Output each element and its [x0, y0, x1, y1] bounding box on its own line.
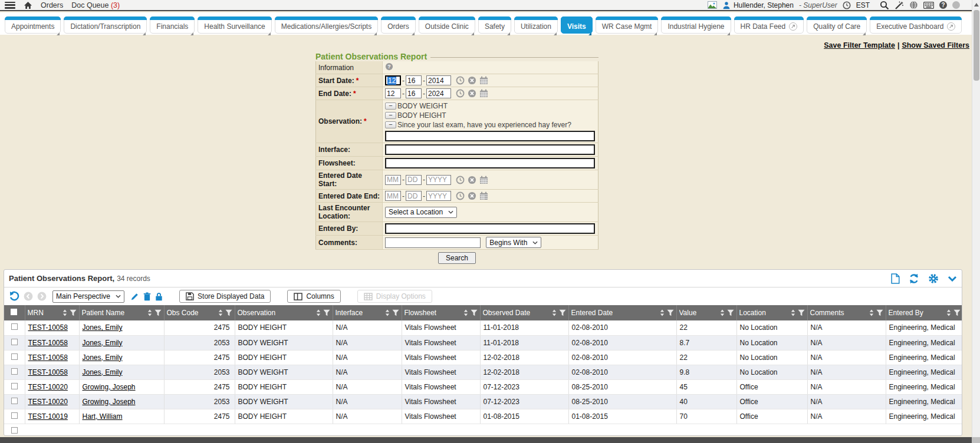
edit-perspective-icon[interactable] [130, 292, 139, 301]
refresh-icon[interactable] [909, 273, 919, 284]
sort-icon[interactable] [385, 309, 390, 316]
select-all-checkbox[interactable] [11, 309, 17, 315]
sort-icon[interactable] [63, 309, 67, 316]
calendar-icon[interactable] [479, 76, 488, 85]
reset-perspective-icon[interactable] [9, 291, 19, 302]
row-checkbox[interactable] [11, 353, 18, 360]
column-header[interactable]: Comments [807, 305, 886, 320]
time-picker-icon[interactable] [456, 191, 465, 200]
search-icon[interactable] [880, 1, 889, 10]
patient-name-link[interactable]: Growing, Joseph [83, 398, 136, 406]
end-date-day-input[interactable]: 16 [406, 88, 422, 98]
flowsheet-input[interactable] [385, 158, 595, 168]
column-header[interactable]: Value [676, 305, 736, 320]
wand-icon[interactable] [895, 1, 904, 10]
lock-perspective-icon[interactable] [155, 292, 163, 301]
column-header[interactable]: Flowsheet [402, 305, 480, 320]
column-header[interactable]: Observed Date [480, 305, 568, 320]
module-tab[interactable]: Dictation/Transcription [64, 16, 147, 34]
info-help-icon[interactable]: ? [385, 62, 393, 71]
sort-icon[interactable] [660, 309, 665, 316]
interface-input[interactable] [385, 144, 595, 155]
time-picker-icon[interactable] [456, 176, 465, 184]
end-date-month-input[interactable]: 12 [385, 88, 401, 98]
module-tab[interactable]: Appointments [5, 16, 61, 34]
row-checkbox[interactable] [11, 398, 18, 404]
module-tab[interactable]: Medications/Allergies/Scripts [275, 16, 378, 34]
column-header[interactable]: Location [736, 305, 807, 320]
module-tab[interactable]: WR Case Mgmt [596, 16, 659, 34]
column-header[interactable]: MRN [25, 305, 79, 320]
time-picker-icon[interactable] [456, 76, 465, 85]
row-checkbox[interactable] [11, 427, 18, 434]
module-tab[interactable]: Outside Clinic [419, 16, 475, 34]
start-date-month-input[interactable]: 12 [385, 75, 401, 85]
vertical-scrollbar-thumb[interactable] [974, 10, 979, 81]
calendar-icon[interactable] [479, 191, 488, 200]
row-checkbox[interactable] [11, 412, 18, 419]
mrn-link[interactable]: TEST-10058 [28, 353, 68, 362]
sort-icon[interactable] [552, 309, 557, 316]
save-filter-template-link[interactable]: Save Filter Template [824, 41, 895, 49]
column-header[interactable]: Observation [235, 305, 333, 320]
sort-icon[interactable] [720, 309, 725, 316]
patient-name-link[interactable]: Jones, Emily [83, 339, 123, 347]
time-picker-icon[interactable] [456, 89, 465, 98]
module-tab[interactable]: Executive Dashboard [870, 16, 962, 34]
filter-icon[interactable] [323, 309, 330, 316]
entered-end-year-input[interactable]: YYYY [426, 191, 451, 201]
collapse-panel-icon[interactable] [948, 276, 957, 282]
patient-name-link[interactable]: Jones, Emily [83, 353, 123, 362]
next-perspective-icon[interactable] [37, 292, 47, 301]
vertical-scrollbar[interactable] [972, 0, 980, 437]
entered-by-input[interactable] [385, 223, 595, 234]
prev-perspective-icon[interactable] [24, 292, 33, 301]
comments-input[interactable] [385, 237, 481, 248]
filter-icon[interactable] [225, 309, 232, 316]
clear-date-icon[interactable] [468, 89, 476, 98]
module-tab[interactable]: Quality of Care [807, 16, 867, 34]
start-date-year-input[interactable]: 2014 [426, 75, 451, 85]
start-date-day-input[interactable]: 16 [406, 75, 422, 85]
patient-name-link[interactable]: Growing, Joseph [83, 383, 136, 391]
horizontal-scrollbar[interactable] [0, 437, 980, 443]
entered-start-year-input[interactable]: YYYY [426, 175, 451, 185]
remove-observation-button[interactable] [385, 121, 396, 128]
column-header[interactable]: Obs Code [164, 305, 235, 320]
columns-button[interactable]: Columns [287, 290, 340, 303]
sort-icon[interactable] [147, 309, 152, 316]
mrn-link[interactable]: TEST-10020 [28, 383, 68, 391]
entered-start-day-input[interactable]: DD [406, 175, 422, 185]
gear-icon[interactable] [928, 273, 939, 284]
image-icon[interactable] [708, 1, 717, 9]
show-saved-filters-link[interactable]: Show Saved Filters [902, 41, 969, 49]
module-tab[interactable]: Orders [381, 16, 416, 34]
module-tab[interactable]: HR Data Feed [734, 16, 804, 34]
filter-icon[interactable] [953, 309, 961, 316]
help-icon[interactable] [939, 1, 947, 9]
home-icon[interactable] [24, 1, 32, 9]
filter-icon[interactable] [392, 309, 399, 316]
clear-date-icon[interactable] [468, 76, 476, 85]
observation-search-input[interactable] [385, 131, 595, 141]
globe-icon[interactable] [909, 1, 918, 9]
column-header[interactable]: Patient Name [79, 305, 164, 320]
row-checkbox[interactable] [11, 323, 18, 330]
mrn-link[interactable]: TEST-10020 [28, 398, 68, 406]
location-select[interactable]: Select a Location [385, 207, 457, 218]
sort-icon[interactable] [946, 309, 951, 316]
module-tab[interactable]: Health Surveillance [198, 16, 271, 34]
entered-start-month-input[interactable]: MM [385, 175, 401, 185]
patient-name-link[interactable]: Jones, Emily [83, 368, 123, 376]
comments-match-select[interactable]: Begins With [486, 237, 541, 248]
topbar-doc-queue-link[interactable]: Doc Queue (3) [71, 1, 120, 9]
filter-icon[interactable] [667, 309, 674, 316]
calendar-icon[interactable] [479, 176, 488, 184]
filter-icon[interactable] [727, 309, 734, 316]
remove-observation-button[interactable] [385, 103, 396, 110]
mrn-link[interactable]: TEST-10058 [28, 368, 68, 376]
patient-name-link[interactable]: Hart, William [83, 412, 123, 421]
row-checkbox[interactable] [11, 383, 18, 389]
filter-icon[interactable] [559, 309, 566, 316]
display-options-button[interactable]: Display Options [357, 290, 432, 303]
